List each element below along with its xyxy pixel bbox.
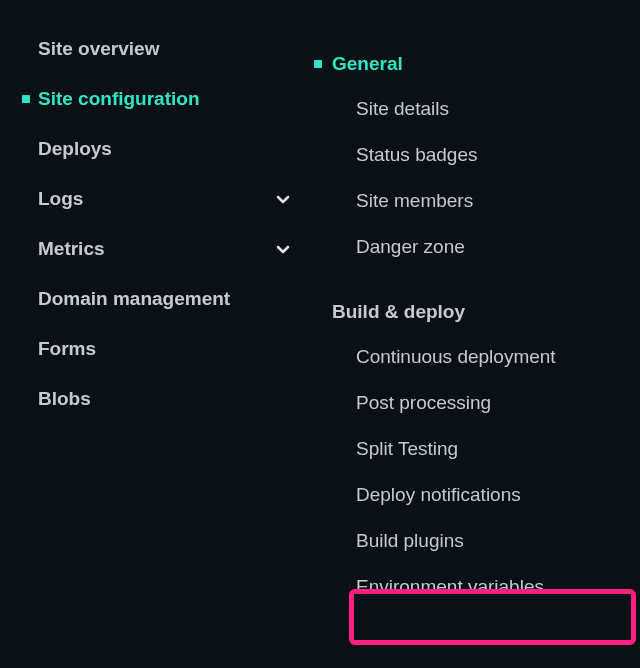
- nav-label: Site overview: [38, 38, 298, 60]
- active-bullet-icon: [314, 60, 322, 68]
- nav-label: Domain management: [38, 288, 298, 310]
- sub-label: Continuous deployment: [356, 345, 556, 370]
- sub-label: Status badges: [356, 143, 477, 168]
- chevron-down-icon: [268, 191, 298, 207]
- nav-logs[interactable]: Logs: [38, 174, 298, 224]
- section-build-deploy[interactable]: Build & deploy: [306, 290, 632, 334]
- nav-domain-management[interactable]: Domain management: [38, 274, 298, 324]
- nav-metrics[interactable]: Metrics: [38, 224, 298, 274]
- sub-status-badges[interactable]: Status badges: [306, 132, 632, 178]
- sub-deploy-notifications[interactable]: Deploy notifications: [306, 472, 632, 518]
- sub-danger-zone[interactable]: Danger zone: [306, 224, 632, 270]
- active-bullet-icon: [22, 95, 30, 103]
- sub-continuous-deployment[interactable]: Continuous deployment: [306, 334, 632, 380]
- section-general[interactable]: General: [306, 42, 632, 86]
- nav-forms[interactable]: Forms: [38, 324, 298, 374]
- chevron-down-icon: [268, 241, 298, 257]
- sub-label: Environment variables: [356, 575, 544, 600]
- nav-site-configuration[interactable]: Site configuration: [38, 74, 298, 124]
- section-label: General: [332, 53, 403, 75]
- nav-label: Metrics: [38, 238, 268, 260]
- nav-label: Blobs: [38, 388, 298, 410]
- nav-label: Logs: [38, 188, 268, 210]
- sub-label: Split Testing: [356, 437, 458, 462]
- sub-label: Danger zone: [356, 235, 465, 260]
- sub-environment-variables[interactable]: Environment variables: [306, 564, 632, 610]
- nav-label: Forms: [38, 338, 298, 360]
- sub-site-details[interactable]: Site details: [306, 86, 632, 132]
- sub-label: Site details: [356, 97, 449, 122]
- sub-build-plugins[interactable]: Build plugins: [306, 518, 632, 564]
- sub-label: Post processing: [356, 391, 491, 416]
- sub-site-members[interactable]: Site members: [306, 178, 632, 224]
- nav-label: Deploys: [38, 138, 298, 160]
- sub-split-testing[interactable]: Split Testing: [306, 426, 632, 472]
- nav-deploys[interactable]: Deploys: [38, 124, 298, 174]
- left-nav: Site overview Site configuration Deploys…: [0, 0, 306, 668]
- sub-post-processing[interactable]: Post processing: [306, 380, 632, 426]
- right-nav: General Site details Status badges Site …: [306, 0, 640, 668]
- sub-label: Site members: [356, 189, 473, 214]
- nav-label: Site configuration: [38, 88, 298, 110]
- nav-site-overview[interactable]: Site overview: [38, 24, 298, 74]
- nav-blobs[interactable]: Blobs: [38, 374, 298, 424]
- section-label: Build & deploy: [332, 301, 465, 323]
- sub-label: Deploy notifications: [356, 483, 521, 508]
- sub-label: Build plugins: [356, 529, 464, 554]
